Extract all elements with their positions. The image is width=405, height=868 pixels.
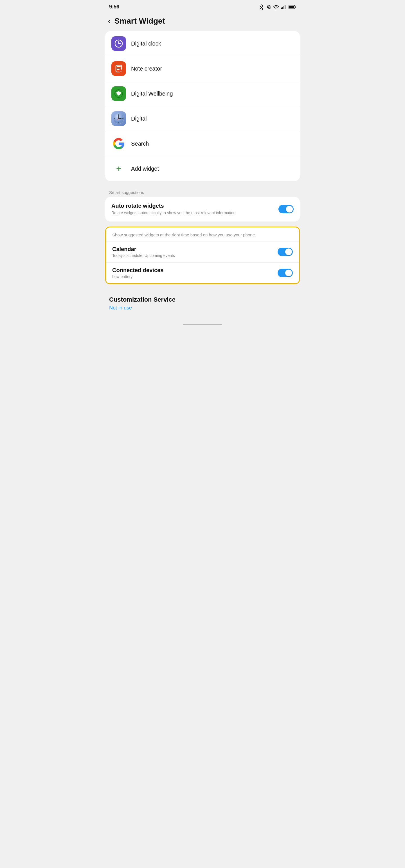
svg-rect-0 (281, 7, 282, 9)
section-title: Smart suggestions (101, 186, 304, 197)
back-button[interactable]: ‹ (108, 17, 111, 26)
svg-rect-2 (284, 6, 284, 9)
wifi-icon (273, 5, 279, 9)
search-google-icon (111, 136, 126, 151)
search-label: Search (131, 141, 149, 147)
svg-rect-1 (282, 7, 283, 9)
customization-status[interactable]: Not in use (109, 305, 296, 311)
calendar-subtitle: Today's schedule, Upcoming events (112, 253, 273, 258)
svg-text:+: + (120, 70, 122, 73)
digital-clock-icon (111, 36, 126, 51)
svg-point-9 (118, 43, 119, 44)
status-icons (259, 4, 296, 10)
add-widget-label: Add widget (131, 165, 159, 172)
digital-label: Digital (131, 116, 147, 122)
connected-devices-title: Connected devices (112, 267, 273, 274)
suggestion-item[interactable]: Calendar Today's schedule, Upcoming even… (106, 241, 299, 262)
status-time: 9:56 (109, 4, 119, 10)
list-item[interactable]: Digital Wellbeing (105, 81, 300, 106)
list-item[interactable]: Digital clock (105, 31, 300, 56)
battery-icon (289, 5, 296, 9)
auto-rotate-text: Auto rotate widgets Rotate widgets autom… (111, 203, 273, 216)
mute-icon (266, 4, 271, 9)
page-title: Smart Widget (114, 17, 165, 26)
page-header: ‹ Smart Widget (101, 12, 304, 31)
auto-rotate-title: Auto rotate widgets (111, 203, 273, 209)
digital-wellbeing-label: Digital Wellbeing (131, 91, 173, 97)
list-item[interactable]: Digital (105, 106, 300, 131)
digital-clock-label: Digital clock (131, 40, 161, 47)
suggestions-box: Show suggested widgets at the right time… (105, 226, 300, 284)
connected-devices-toggle[interactable] (278, 269, 293, 277)
svg-point-24 (118, 118, 119, 119)
status-bar: 9:56 (101, 0, 304, 12)
digital-icon (111, 111, 126, 126)
auto-rotate-card: Auto rotate widgets Rotate widgets autom… (105, 197, 300, 221)
add-widget-item[interactable]: + Add widget (105, 156, 300, 181)
note-creator-label: Note creator (131, 65, 162, 72)
list-item[interactable]: Search (105, 131, 300, 156)
connected-devices-text: Connected devices Low battery (112, 267, 273, 279)
customization-section: Customization Service Not in use (101, 289, 304, 319)
auto-rotate-toggle[interactable] (279, 205, 294, 213)
add-plus-icon: + (111, 161, 126, 176)
digital-wellbeing-icon (111, 86, 126, 101)
svg-rect-3 (285, 5, 286, 9)
note-creator-icon: + (111, 61, 126, 76)
signal-icon (281, 5, 286, 9)
svg-rect-5 (289, 6, 294, 8)
suggestion-item[interactable]: Connected devices Low battery (106, 262, 299, 283)
auto-rotate-desc: Rotate widgets automatically to show you… (111, 210, 273, 216)
list-item[interactable]: + Note creator (105, 56, 300, 81)
widget-list-card: Digital clock + Note creator Digital Wel… (105, 31, 300, 181)
connected-devices-subtitle: Low battery (112, 274, 273, 279)
suggestions-description: Show suggested widgets at the right time… (106, 227, 299, 241)
bluetooth-icon (259, 4, 264, 10)
calendar-title: Calendar (112, 246, 273, 252)
calendar-text: Calendar Today's schedule, Upcoming even… (112, 246, 273, 258)
home-indicator (101, 319, 304, 329)
auto-rotate-item[interactable]: Auto rotate widgets Rotate widgets autom… (105, 197, 300, 221)
calendar-toggle[interactable] (278, 248, 293, 256)
home-bar (183, 324, 222, 325)
customization-title: Customization Service (109, 296, 296, 303)
